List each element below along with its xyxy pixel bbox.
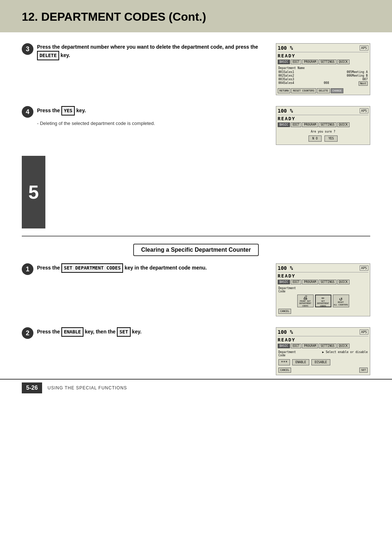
lcd2c-disable-btn: DISABLE	[311, 359, 330, 365]
lcd1c-cancel-row: CANCEL	[278, 309, 368, 314]
step3-text: Press the department number where you wa…	[37, 43, 265, 60]
lcd2c-tab-basic: BASIC	[278, 344, 290, 348]
step4-lcd: 100 % APS READY BASIC EDIT PROGRAM SETTI…	[276, 106, 370, 145]
step4-number: 4	[22, 106, 33, 118]
step2-clear-left: 2 Press the ENABLE key, then the SET key…	[22, 327, 276, 342]
step1-clear-left: 1 Press the SET DEPARTMENT CODES key in …	[22, 263, 276, 278]
separator	[22, 236, 370, 236]
step1-clear-right: 100 % APS READY BASIC EDIT PROGRAM SETTI…	[276, 263, 370, 316]
lcd1c-icon-set[interactable]: ✏ SETDEPARTMENT CODES	[315, 295, 331, 307]
lcd3-content: Department Name 001Sales1 005Meeting A 0…	[278, 66, 368, 87]
lcd2c-tab-settings: SETTINGS	[319, 344, 336, 348]
lcd4-tab-quick: QUICK	[337, 122, 350, 127]
step3-bold-text: Press the department number where you wa…	[37, 44, 258, 58]
lcd4-aps: APS	[360, 108, 368, 113]
step2-clear-bold: Press the ENABLE key, then the SET key.	[37, 329, 142, 335]
lcd4-yes-btn: YES	[324, 135, 338, 142]
lcd4-dialog-text: Are you sure ?	[279, 130, 367, 133]
printout-icon: 🖨	[303, 295, 308, 300]
lcd4-tab-edit: EDIT	[291, 122, 301, 127]
lcd3-tab-quick: QUICK	[337, 60, 350, 64]
lcd1c-tab-program: PROGRAM	[302, 280, 318, 284]
section-five: 5	[22, 156, 370, 228]
lcd1c-ready: READY	[278, 273, 368, 279]
lcd4-no-btn: N O	[309, 135, 322, 142]
lcd2c-key-icon: ***	[278, 359, 290, 365]
step1-clear-row: 1 Press the SET DEPARTMENT CODES key in …	[22, 263, 370, 316]
lcd1c-set-label: SETDEPARTMENT CODES	[316, 300, 331, 307]
step4-right: 100 % APS READY BASIC EDIT PROGRAM SETTI…	[276, 106, 370, 145]
lcd1c-content: Department Code 🖨 PRINT OUTDEPARTMENT CO…	[278, 286, 368, 315]
step3-row: 3 Press the department number where you …	[22, 43, 370, 95]
lcd1c-icon-reset: ↺ RESETALL COUNTERS	[333, 295, 349, 307]
lcd3-r2c2: 006Meeting B	[347, 74, 368, 77]
lcd4-dialog-buttons: N O YES	[279, 135, 367, 142]
lcd2c-header-row: DepartmentCode ▶ Select enable or disabl…	[278, 351, 368, 357]
step1-clear-lcd: 100 % APS READY BASIC EDIT PROGRAM SETTI…	[276, 263, 370, 316]
lcd3-tab-settings: SETTINGS	[319, 60, 336, 64]
lcd4-tab-settings: SETTINGS	[319, 122, 336, 127]
lcd2c-enable-row: *** ENABLE DISABLE	[278, 359, 368, 365]
lcd3-buttons: RETURN RESET COUNTERS DELETE CHANGE	[278, 88, 368, 93]
lcd3-r3c1: 003Sales3	[278, 78, 294, 81]
lcd3-percent: 100 %	[278, 45, 293, 51]
step2-clear-row: 2 Press the ENABLE key, then the SET key…	[22, 327, 370, 375]
step1-clear-header: 1 Press the SET DEPARTMENT CODES key in …	[22, 263, 265, 275]
page-title: 12. DEPARTMENT CODES (Cont.)	[22, 10, 370, 24]
lcd3-row2: 002Sales2 006Meeting B	[278, 74, 368, 77]
lcd1c-topbar: 100 % APS	[278, 265, 368, 272]
clearing-header: Clearing a Specific Department Counter	[22, 244, 370, 256]
lcd1c-dept-label1: Department	[278, 287, 368, 290]
lcd1c-reset-label: RESETALL COUNTERS	[334, 301, 348, 306]
reset-icon: ↺	[339, 296, 342, 301]
step3-header: 3 Press the department number where you …	[22, 43, 265, 60]
footer-text: USING THE SPECIAL FUNCTIONS	[48, 385, 127, 390]
lcd3-tab-program: PROGRAM	[302, 60, 318, 64]
lcd3-r3c2: 007	[363, 78, 368, 81]
lcd1c-printout-label: PRINT OUTDEPARTMENT CODES	[298, 300, 313, 307]
delete-key: DELETE	[37, 51, 59, 60]
step2-clear-text: Press the ENABLE key, then the SET key.	[37, 327, 142, 337]
lcd2c-bottom-row: CANCEL SET	[278, 368, 368, 373]
lcd1c-dept-label2: Code	[278, 290, 368, 293]
lcd2c-enable-btn: ENABLE	[292, 359, 309, 365]
step2-clear-number: 2	[22, 327, 33, 339]
lcd3-return-btn: RETURN	[278, 88, 290, 93]
step4-row: 4 Press the YES key. - Deleting of the s…	[22, 106, 370, 145]
lcd2c-tab-quick: QUICK	[337, 344, 350, 348]
lcd3-topbar: 100 % APS	[278, 45, 368, 52]
lcd1c-icons-row: 🖨 PRINT OUTDEPARTMENT CODES ✏ SETDEPARTM…	[278, 295, 368, 307]
clearing-header-box: Clearing a Specific Department Counter	[133, 244, 259, 256]
lcd2c-ready: READY	[278, 337, 368, 343]
lcd2c-content: DepartmentCode ▶ Select enable or disabl…	[278, 350, 368, 373]
yes-key: YES	[61, 106, 75, 116]
step4-bold: Press the YES key.	[37, 108, 86, 113]
lcd2c-cancel-btn: CANCEL	[278, 368, 291, 373]
step1-clear-bold: Press the SET DEPARTMENT CODES key in th…	[37, 265, 207, 271]
lcd4-tab-program: PROGRAM	[302, 122, 318, 127]
lcd1c-tab-edit: EDIT	[291, 280, 301, 284]
lcd3-delete-btn: DELETE	[317, 88, 330, 93]
lcd3-tab-basic: BASIC	[278, 60, 290, 64]
lcd3-dept-label: Department Name	[278, 66, 368, 70]
page-container: 12. DEPARTMENT CODES (Cont.) 3 Press the…	[0, 0, 392, 555]
step2-clear-right: 100 % APS READY BASIC EDIT PROGRAM SETTI…	[276, 327, 370, 375]
lcd3-r1c1: 001Sales1	[278, 70, 294, 74]
lcd1c-icon-printout: 🖨 PRINT OUTDEPARTMENT CODES	[297, 295, 314, 307]
lcd3-tab-edit: EDIT	[291, 60, 301, 64]
lcd4-topbar: 100 % APS	[278, 108, 368, 115]
lcd4-tabs: BASIC EDIT PROGRAM SETTINGS QUICK	[278, 122, 368, 127]
lcd4-tab-basic: BASIC	[278, 122, 290, 127]
set-icon: ✏	[322, 295, 324, 300]
lcd2c-dept-label: DepartmentCode	[278, 351, 296, 357]
lcd2c-tab-edit: EDIT	[291, 344, 301, 348]
lcd4-dialog: Are you sure ? N O YES	[278, 129, 368, 143]
lcd2c-tabs: BASIC EDIT PROGRAM SETTINGS QUICK	[278, 344, 368, 348]
lcd4-ready: READY	[278, 116, 368, 121]
lcd3-row4: 004Sales4 008 Next	[278, 81, 368, 86]
lcd2c-set-btn: SET	[359, 368, 368, 373]
lcd1c-percent: 100 %	[278, 265, 293, 271]
lcd3-r4c1: 004Sales4	[278, 81, 294, 86]
lcd3-r4c2: 008	[324, 81, 329, 86]
lcd1c-tabs: BASIC EDIT PROGRAM SETTINGS QUICK	[278, 280, 368, 284]
